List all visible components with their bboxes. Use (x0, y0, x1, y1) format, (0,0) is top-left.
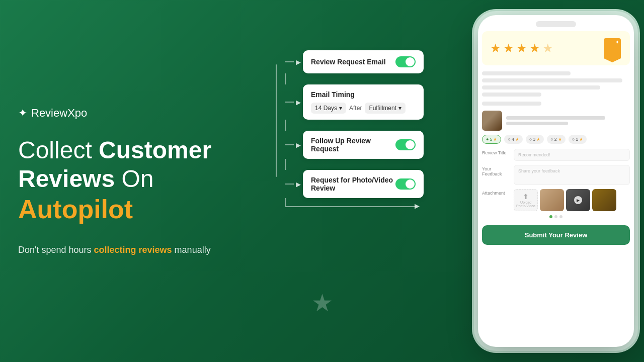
bookmark-icon: ✦ (604, 38, 622, 58)
stars-banner: ★ ★ ★ ★ ★ ✦ (482, 31, 630, 65)
feedback-input[interactable]: Share your feedback (514, 165, 630, 185)
subtext: Don't spend hours collecting reviews man… (18, 245, 260, 255)
skeleton-content (482, 71, 630, 97)
upload-icon: ⬆ (523, 193, 529, 201)
star-2-icon: ★ (503, 41, 514, 55)
headline-part1: Collect (18, 137, 99, 163)
dot-1[interactable] (549, 215, 552, 218)
timing-after-label: After (349, 105, 362, 112)
feedback-placeholder: Share your feedback (518, 168, 560, 173)
flow-card-review-email-label: Review Request Email (311, 58, 386, 66)
star-3-icon: ★ (516, 41, 527, 55)
flow-card-review-email[interactable]: Review Request Email (303, 50, 424, 73)
rating-pill-5[interactable]: ● 5 ★ (482, 135, 501, 144)
review-email-toggle[interactable] (395, 56, 416, 67)
carousel-dots (482, 215, 630, 218)
submit-review-button[interactable]: Submit Your Review (482, 225, 630, 245)
review-title-label: Review Title (482, 149, 510, 155)
flow-card-photo-video[interactable]: Request for Photo/Video Review (303, 170, 424, 198)
dot-3[interactable] (559, 215, 562, 218)
rating-pill-4[interactable]: ○ 4 ★ (504, 135, 522, 144)
flow-card-followup[interactable]: Follow Up Review Request (303, 131, 424, 159)
photo-video-toggle[interactable] (395, 178, 416, 190)
decorative-star-icon: ★ (311, 289, 333, 317)
product-row (482, 111, 630, 131)
logo-star-icon: ✦ (18, 107, 27, 120)
flow-item-followup: ▶ Follow Up Review Request (276, 131, 448, 159)
left-section: ✦ ReviewXpo Collect Customer Reviews On … (18, 0, 260, 362)
star-5-icon: ★ (542, 41, 553, 55)
phone-content: ★ ★ ★ ★ ★ ✦ (478, 27, 634, 347)
timing-days-select[interactable]: 14 Days ▾ (311, 103, 346, 114)
attachment-label: Attachment (482, 189, 510, 196)
rating-pill-3[interactable]: ○ 3 ★ (526, 135, 544, 144)
phone-notch (536, 21, 576, 27)
attachment-thumb-3[interactable] (592, 189, 616, 211)
product-thumbnail (482, 111, 502, 131)
play-icon: ▶ (574, 196, 582, 204)
timing-title: Email Timing (311, 90, 416, 99)
star-4-icon: ★ (529, 41, 540, 55)
subtext-highlight: collecting reviews (94, 245, 172, 255)
stars-row[interactable]: ★ ★ ★ ★ ★ (490, 41, 553, 55)
attachment-thumbs: ⬆ Upload Photo/Video ▶ (514, 189, 616, 211)
logo-text: ReviewXpo (31, 107, 87, 120)
upload-button[interactable]: ⬆ Upload Photo/Video (514, 189, 538, 211)
review-title-field[interactable]: Review Title Recommended! (482, 149, 630, 161)
subtext-suffix: manually (172, 245, 211, 255)
star-1-icon: ★ (490, 41, 501, 55)
logo: ✦ ReviewXpo (18, 107, 260, 120)
flow-card-email-timing: Email Timing 14 Days ▾ After Fulfillment… (303, 84, 424, 120)
review-title-input[interactable]: Recommended! (514, 149, 630, 161)
rating-pill-2[interactable]: ○ 2 ★ (547, 135, 565, 144)
phone-mockup: ★ ★ ★ ★ ★ ✦ (478, 15, 634, 347)
rating-filter-row[interactable]: ● 5 ★ ○ 4 ★ ○ 3 ★ ○ 2 ★ ○ 1 ★ (482, 135, 630, 144)
timing-trigger-select[interactable]: Fulfillment ▾ (365, 103, 406, 114)
feedback-label: Your Feedback (482, 165, 510, 176)
skeleton-content-2 (482, 102, 630, 106)
product-info (506, 116, 630, 125)
flow-item-email-timing: ▶ Email Timing 14 Days ▾ After Fulfillme… (276, 84, 448, 120)
flow-section: ▶ Review Request Email ▶ Email Timing 14… (272, 50, 448, 207)
headline-part3: On (115, 165, 153, 192)
rating-pill-1[interactable]: ○ 1 ★ (569, 135, 587, 144)
flow-card-photo-video-label: Request for Photo/Video Review (311, 176, 395, 192)
review-title-placeholder: Recommended! (518, 152, 550, 157)
subtext-prefix: Don't spend hours (18, 245, 94, 255)
attachment-field: Attachment ⬆ Upload Photo/Video ▶ (482, 189, 630, 211)
flow-item-review-email: ▶ Review Request Email (276, 50, 448, 73)
flow-card-followup-label: Follow Up Review Request (311, 137, 395, 153)
feedback-field[interactable]: Your Feedback Share your feedback (482, 165, 630, 185)
attachment-thumb-2[interactable]: ▶ (566, 189, 590, 211)
headline-autopilot: Autopilot (18, 195, 133, 224)
upload-text: Upload Photo/Video (514, 201, 537, 208)
followup-toggle[interactable] (395, 139, 416, 150)
attachment-thumb-1[interactable] (540, 189, 564, 211)
headline: Collect Customer Reviews On Autopilot (18, 136, 260, 225)
dot-2[interactable] (554, 215, 557, 218)
flow-item-photo-video: ▶ Request for Photo/Video Review (276, 170, 448, 198)
